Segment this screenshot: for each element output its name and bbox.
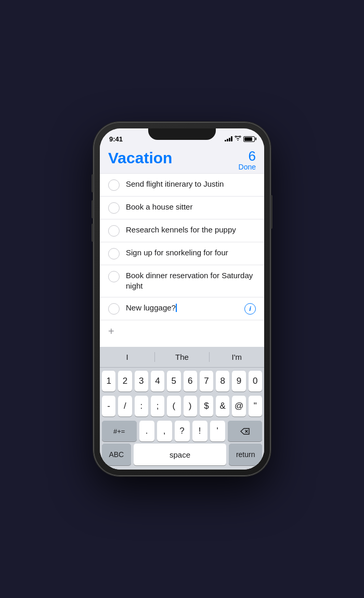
predictive-item-3[interactable]: I'm (210, 348, 264, 366)
key-7[interactable]: 7 (200, 371, 213, 392)
notch (148, 128, 216, 140)
add-item-button[interactable]: + (100, 320, 264, 343)
phone-frame: 9:41 (94, 122, 270, 476)
predictive-item-1[interactable]: I (100, 348, 154, 366)
battery-icon (243, 136, 255, 142)
key-exclamation[interactable]: ! (192, 421, 207, 441)
todo-checkbox-3[interactable] (108, 225, 120, 237)
todo-item-2[interactable]: Book a house sitter (100, 197, 264, 219)
key-at[interactable]: @ (232, 396, 245, 417)
todo-list: Send flight itinerary to Justin Book a h… (100, 173, 264, 347)
wifi-icon (235, 136, 241, 142)
key-hashplus[interactable]: #+= (102, 421, 137, 441)
key-ampersand[interactable]: & (216, 396, 229, 417)
app-title: Vacation (108, 149, 172, 167)
todo-checkbox-1[interactable] (108, 179, 120, 191)
todo-item-3[interactable]: Research kennels for the puppy (100, 219, 264, 242)
key-9[interactable]: 9 (232, 371, 245, 392)
key-4[interactable]: 4 (151, 371, 164, 392)
todo-item-6[interactable]: New luggage? i (100, 297, 264, 320)
done-button[interactable]: Done (239, 163, 256, 171)
header-right: 6 Done (239, 149, 256, 171)
key-rows: 1 2 3 4 5 6 7 8 9 0 - / (100, 368, 264, 444)
key-slash[interactable]: / (118, 396, 132, 417)
key-quote[interactable]: " (249, 396, 262, 417)
key-row-symbols: - / : ; ( ) $ & @ " (102, 396, 262, 417)
abc-key[interactable]: ABC (102, 444, 131, 465)
todo-checkbox-5[interactable] (108, 271, 120, 282)
todo-item-4[interactable]: Sign up for snorkeling for four (100, 242, 264, 265)
status-time: 9:41 (109, 135, 123, 143)
key-lparen[interactable]: ( (167, 396, 180, 417)
app-header: Vacation 6 Done (100, 145, 264, 173)
key-6[interactable]: 6 (184, 371, 197, 392)
todo-checkbox-6[interactable] (108, 303, 120, 315)
delete-key[interactable] (228, 421, 263, 441)
todo-item-5[interactable]: Book dinner reservation for Saturday nig… (100, 265, 264, 297)
key-8[interactable]: 8 (216, 371, 229, 392)
signal-icon (225, 136, 232, 141)
key-row-special: #+= . , ? ! ' (102, 421, 262, 441)
predictive-bar: I The I'm (100, 347, 264, 368)
info-icon[interactable]: i (244, 303, 256, 315)
status-icons (225, 136, 255, 142)
app-content: Vacation 6 Done Send flight itinerary to… (100, 145, 264, 470)
key-dash[interactable]: - (102, 396, 115, 417)
key-semicolon[interactable]: ; (151, 396, 164, 417)
keyboard: I The I'm 1 2 3 4 5 6 7 8 (100, 347, 264, 470)
todo-text-5: Book dinner reservation for Saturday nig… (126, 270, 256, 292)
key-5[interactable]: 5 (167, 371, 180, 392)
key-1[interactable]: 1 (102, 371, 115, 392)
predictive-item-2[interactable]: The (154, 348, 209, 366)
todo-item-1[interactable]: Send flight itinerary to Justin (100, 173, 264, 197)
todo-checkbox-2[interactable] (108, 202, 120, 214)
key-3[interactable]: 3 (135, 371, 148, 392)
key-0[interactable]: 0 (249, 371, 262, 392)
key-question[interactable]: ? (175, 421, 190, 441)
phone-screen: 9:41 (100, 128, 264, 470)
badge-count: 6 (249, 149, 256, 163)
space-key[interactable]: space (134, 444, 227, 465)
status-bar: 9:41 (100, 128, 264, 145)
key-comma[interactable]: , (157, 421, 172, 441)
key-row-numbers: 1 2 3 4 5 6 7 8 9 0 (102, 371, 262, 392)
key-dollar[interactable]: $ (200, 396, 213, 417)
key-apostrophe[interactable]: ' (210, 421, 225, 441)
todo-text-6: New luggage? (126, 303, 240, 313)
bottom-row: ABC space return (100, 444, 264, 470)
key-rparen[interactable]: ) (184, 396, 197, 417)
key-colon[interactable]: : (135, 396, 148, 417)
todo-text-1: Send flight itinerary to Justin (126, 179, 256, 189)
todo-text-4: Sign up for snorkeling for four (126, 248, 256, 258)
key-period[interactable]: . (139, 421, 154, 441)
todo-text-2: Book a house sitter (126, 202, 256, 212)
todo-checkbox-4[interactable] (108, 248, 120, 259)
return-key[interactable]: return (229, 444, 262, 465)
todo-text-3: Research kennels for the puppy (126, 225, 256, 235)
key-2[interactable]: 2 (118, 371, 132, 392)
